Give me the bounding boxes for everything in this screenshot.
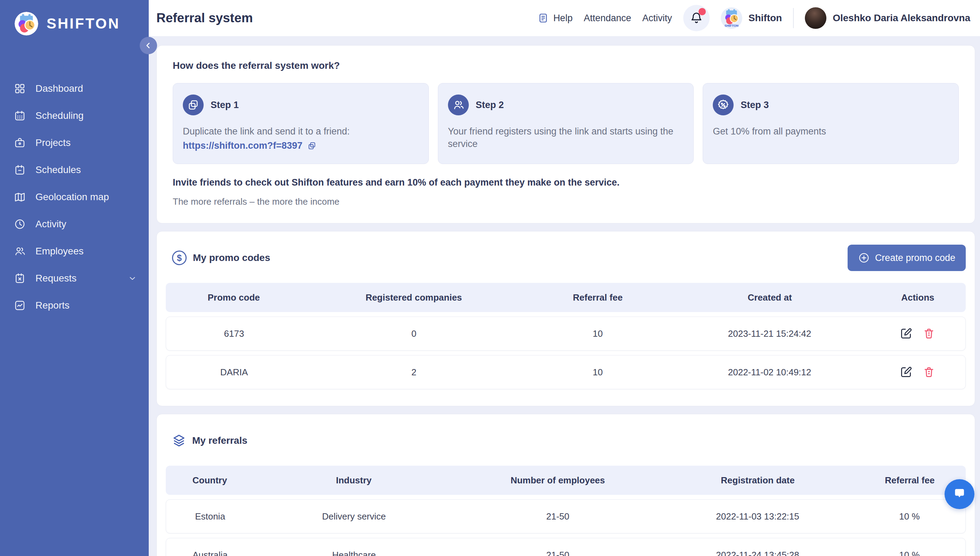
- chat-widget-button[interactable]: [944, 479, 974, 509]
- create-promo-code-button[interactable]: Create promo code: [848, 245, 966, 271]
- company-switcher[interactable]: SHIFTON Shifton: [721, 7, 782, 29]
- user-avatar: [805, 7, 827, 29]
- group-icon: [448, 95, 469, 115]
- column-header: Referral fee: [526, 292, 670, 303]
- referrals-title: My referrals: [192, 435, 247, 446]
- employees-cell: 21-50: [454, 550, 662, 556]
- brand-logo[interactable]: SHIFTON: [0, 0, 149, 36]
- referral-fee-cell: 10 %: [854, 550, 965, 556]
- edit-icon: [899, 327, 912, 340]
- svg-text:SHIFTON: SHIFTON: [724, 24, 738, 27]
- copy-link-button[interactable]: [307, 141, 316, 150]
- copy-icon: [183, 95, 203, 115]
- sidebar-item-employees[interactable]: Employees: [0, 238, 149, 265]
- sidebar-item-reports[interactable]: Reports: [0, 292, 149, 319]
- activity-link[interactable]: Activity: [642, 13, 672, 24]
- badge-percent-icon: [713, 95, 734, 115]
- column-header: Industry: [254, 475, 454, 486]
- registered-companies-cell: 2: [302, 367, 526, 378]
- copy-icon: [307, 141, 316, 150]
- sidebar-item-schedules[interactable]: Schedules: [0, 157, 149, 183]
- sidebar-item-label: Scheduling: [36, 110, 84, 121]
- how-it-works-card: How does the referral system work? Step …: [157, 45, 975, 223]
- edit-promo-button[interactable]: [899, 365, 912, 379]
- schedules-calendar-icon: [14, 164, 26, 176]
- column-header: Created at: [670, 292, 870, 303]
- edit-promo-button[interactable]: [899, 327, 912, 340]
- column-header: Promo code: [166, 292, 302, 303]
- invite-line: Invite friends to check out Shifton feat…: [173, 177, 959, 188]
- create-promo-code-label: Create promo code: [875, 253, 955, 263]
- created-at-cell: 2022-11-02 10:49:12: [670, 367, 870, 378]
- promo-code-cell: DARIA: [166, 367, 302, 378]
- dashboard-icon: [14, 83, 26, 95]
- help-doc-icon: [538, 13, 549, 24]
- referral-fee-cell: 10: [526, 367, 670, 378]
- user-name: Oleshko Daria Aleksandrovna: [833, 13, 970, 24]
- edit-icon: [899, 365, 912, 379]
- chart-icon: [14, 299, 26, 311]
- how-it-works-title: How does the referral system work?: [173, 60, 959, 71]
- table-row: Australia Healthcare 21-50 2022-11-24 13…: [166, 538, 966, 556]
- users-icon: [14, 245, 26, 257]
- registration-date-cell: 2022-11-03 13:22:15: [662, 511, 854, 522]
- company-avatar: SHIFTON: [721, 7, 742, 29]
- page-title: Referral system: [157, 11, 253, 25]
- delete-promo-button[interactable]: [922, 327, 935, 340]
- sidebar-item-dashboard[interactable]: Dashboard: [0, 75, 149, 102]
- shifton-logo-icon: [15, 12, 38, 36]
- scheduling-calendar-icon: [14, 110, 26, 121]
- layers-icon: [172, 434, 186, 448]
- more-referrals-line: The more referrals – the more the income: [173, 196, 959, 207]
- main-content: How does the referral system work? Step …: [157, 36, 975, 556]
- column-header: Registration date: [662, 475, 854, 486]
- referral-link[interactable]: https://shifton.com?f=8397: [183, 141, 302, 151]
- dollar-circle-icon: $: [172, 251, 187, 265]
- sidebar-collapse-button[interactable]: [140, 37, 157, 54]
- sidebar-item-label: Schedules: [36, 164, 81, 176]
- help-link[interactable]: Help: [538, 13, 573, 24]
- created-at-cell: 2023-11-21 15:24:42: [670, 328, 870, 339]
- table-row: Estonia Delivery service 21-50 2022-11-0…: [166, 499, 966, 533]
- step-text: Get 10% from all payments: [713, 125, 949, 137]
- trash-icon: [922, 327, 935, 340]
- sidebar-item-requests[interactable]: Requests: [0, 265, 149, 292]
- top-header: Referral system Help Attendance Activity: [149, 0, 980, 36]
- sidebar-item-label: Reports: [36, 300, 69, 311]
- column-header: Country: [166, 475, 254, 486]
- chevron-down-icon: [128, 274, 137, 283]
- promo-table-header: Promo code Registered companies Referral…: [166, 283, 966, 312]
- promo-codes-title: My promo codes: [193, 252, 270, 263]
- sidebar: SHIFTON Dashboard Scheduling: [0, 0, 149, 556]
- referral-fee-cell: 10: [526, 328, 670, 339]
- sidebar-item-label: Projects: [36, 137, 71, 149]
- referrals-table-header: Country Industry Number of employees Reg…: [166, 465, 966, 495]
- chat-bubble-icon: [952, 486, 967, 502]
- country-cell: Australia: [166, 550, 254, 556]
- step-1-card: Step 1 Duplicate the link and send it to…: [173, 83, 429, 164]
- step-2-card: Step 2 Your friend registers using the l…: [438, 83, 694, 164]
- industry-cell: Healthcare: [254, 550, 454, 556]
- sidebar-item-scheduling[interactable]: Scheduling: [0, 102, 149, 129]
- employees-cell: 21-50: [454, 511, 662, 522]
- registration-date-cell: 2022-11-24 13:45:28: [662, 550, 854, 556]
- column-header: Actions: [870, 292, 966, 303]
- header-divider: [793, 8, 794, 28]
- sidebar-nav: Dashboard Scheduling Projects Schedules: [0, 75, 149, 319]
- attendance-link[interactable]: Attendance: [584, 13, 631, 24]
- briefcase-icon: [14, 137, 26, 149]
- referral-fee-cell: 10 %: [854, 511, 965, 522]
- clipboard-x-icon: [14, 272, 26, 284]
- sidebar-item-geolocation-map[interactable]: Geolocation map: [0, 183, 149, 210]
- user-menu[interactable]: Oleshko Daria Aleksandrovna: [805, 7, 970, 29]
- sidebar-item-label: Geolocation map: [36, 191, 109, 203]
- column-header: Registered companies: [302, 292, 526, 303]
- sidebar-item-projects[interactable]: Projects: [0, 129, 149, 157]
- step-label: Step 3: [741, 100, 769, 110]
- country-cell: Estonia: [166, 511, 254, 522]
- step-label: Step 2: [476, 100, 504, 110]
- table-row: DARIA 2 10 2022-11-02 10:49:12: [166, 355, 966, 389]
- notifications-button[interactable]: [683, 5, 710, 31]
- sidebar-item-activity[interactable]: Activity: [0, 210, 149, 238]
- delete-promo-button[interactable]: [922, 365, 935, 379]
